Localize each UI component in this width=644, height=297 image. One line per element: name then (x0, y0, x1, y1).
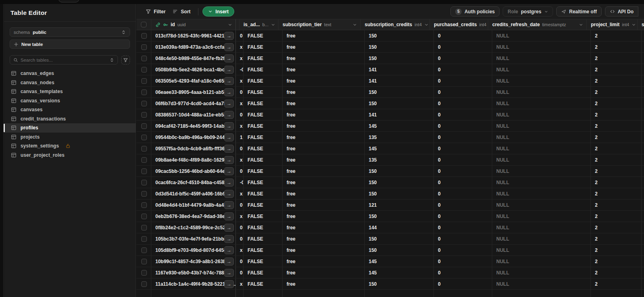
cell-credits-refresh-date[interactable]: NULL (492, 222, 591, 233)
row-checkbox[interactable] (141, 168, 147, 174)
cell-id[interactable]: 063505e5-4293-4faf-a18c-0e65b... → (151, 75, 236, 86)
cell-clipped[interactable]: 0 (236, 166, 244, 177)
cell-is-admin[interactable]: FALSE (244, 120, 283, 131)
cell-credits-refresh-date[interactable]: NULL (492, 64, 591, 75)
cell-clipped[interactable]: x (236, 98, 244, 109)
cell-clipped-right[interactable]: NU (642, 211, 644, 222)
cell-id[interactable]: 09cac5bb-1256-46bd-ab60-64ed... → (151, 166, 236, 177)
expand-row-button[interactable]: → (224, 133, 234, 141)
cell-clipped[interactable]: x (236, 75, 244, 86)
filter-tables-button[interactable] (121, 56, 130, 64)
cell-credits-refresh-date[interactable]: NULL (492, 75, 591, 86)
cell-subscription-credits[interactable]: 150 (365, 98, 434, 109)
cell-subscription-credits[interactable]: 141 (365, 75, 434, 86)
cell-credits-refresh-date[interactable]: NULL (492, 256, 591, 267)
expand-row-button[interactable]: → (224, 258, 234, 266)
cell-subscription-credits[interactable]: 150 (365, 188, 434, 199)
cell-id[interactable]: 09557f5a-0dcb-4cb9-a6fb-fff366... → (151, 143, 236, 154)
insert-button[interactable]: Insert (202, 6, 234, 17)
cell-purchased-credits[interactable]: 0 (434, 143, 492, 154)
cell-project-limit[interactable]: 2 (591, 177, 642, 188)
cell-purchased-credits[interactable]: 0 (434, 42, 492, 52)
cell-credits-refresh-date[interactable]: NULL (492, 199, 591, 210)
cell-project-limit[interactable]: 2 (591, 64, 642, 75)
cell-credits-refresh-date[interactable]: NULL (492, 87, 591, 98)
cell-project-limit[interactable]: 2 (591, 267, 642, 278)
cell-id[interactable]: 0508b94b-5ee2-4626-bca1-4bca... → (151, 64, 236, 75)
cell-clipped-right[interactable]: NU (642, 177, 644, 188)
row-checkbox[interactable] (141, 202, 147, 208)
cell-subscription-tier[interactable]: free (283, 98, 365, 109)
cell-project-limit[interactable]: 2 (591, 143, 642, 154)
cell-clipped[interactable]: 0 (236, 233, 244, 244)
cell-credits-refresh-date[interactable]: NULL (492, 53, 591, 64)
cell-is-admin[interactable]: FALSE (244, 166, 283, 177)
column-header-clipped[interactable] (236, 19, 239, 30)
cell-subscription-credits[interactable]: 144 (365, 222, 434, 233)
select-all-checkbox[interactable] (141, 22, 147, 27)
cell-credits-refresh-date[interactable]: NULL (492, 245, 591, 255)
cell-project-limit[interactable]: 2 (591, 109, 642, 120)
cell-clipped-right[interactable]: NU (642, 120, 644, 131)
expand-row-button[interactable]: → (224, 88, 234, 96)
sidebar-item-canvas_nodes[interactable]: canvas_nodes (4, 78, 136, 87)
expand-row-button[interactable]: → (224, 66, 234, 74)
cell-clipped-right[interactable]: NU (642, 132, 644, 143)
cell-clipped-right[interactable]: NU (642, 53, 644, 64)
cell-clipped-right[interactable]: NU (642, 143, 644, 154)
cell-subscription-credits[interactable]: 150 (365, 166, 434, 177)
cell-subscription-credits[interactable]: 141 (365, 64, 434, 75)
cell-id[interactable]: 11a114cb-1a4c-49f4-9b28-52219ec... → (151, 278, 236, 289)
cell-purchased-credits[interactable]: 0 (434, 245, 492, 255)
cell-subscription-credits[interactable]: 150 (365, 42, 434, 52)
expand-row-button[interactable]: → (224, 246, 234, 254)
cell-credits-refresh-date[interactable]: NULL (492, 154, 591, 165)
row-checkbox[interactable] (141, 67, 147, 73)
cell-clipped[interactable]: x (236, 53, 244, 64)
cell-clipped-right[interactable]: NU (642, 267, 644, 278)
cell-clipped-right[interactable]: NU (642, 154, 644, 165)
row-checkbox[interactable] (141, 33, 147, 39)
cell-purchased-credits[interactable]: 0 (434, 256, 492, 267)
cell-credits-refresh-date[interactable]: NULL (492, 143, 591, 154)
cell-credits-refresh-date[interactable]: NULL (492, 278, 591, 289)
cell-id[interactable]: 094caf42-7185-4e45-99f3-14abee... → (151, 120, 236, 131)
cell-clipped[interactable]: 0 (236, 87, 244, 98)
sidebar-item-canvas_templates[interactable]: canvas_templates (4, 87, 136, 96)
chevrons-up-down-icon[interactable] (109, 58, 114, 62)
cell-project-limit[interactable]: 2 (591, 120, 642, 131)
expand-row-button[interactable]: → (224, 224, 234, 232)
cell-credits-refresh-date[interactable]: NULL (492, 166, 591, 177)
cell-project-limit[interactable]: 2 (591, 211, 642, 222)
filter-button[interactable]: Filter (142, 6, 169, 17)
cell-subscription-credits[interactable]: 145 (365, 143, 434, 154)
cell-subscription-tier[interactable]: free (283, 256, 365, 267)
cell-clipped[interactable]: 0 (236, 199, 244, 210)
row-checkbox[interactable] (141, 101, 147, 106)
cell-clipped-right[interactable]: NU (642, 199, 644, 210)
cell-id[interactable]: 09544b0c-ba9b-496a-9b09-244... → (151, 132, 236, 143)
cell-subscription-tier[interactable]: free (283, 154, 365, 165)
cell-clipped-right[interactable]: NU (642, 256, 644, 267)
row-checkbox[interactable] (141, 112, 147, 118)
cell-clipped-right[interactable]: NU (642, 166, 644, 177)
cell-purchased-credits[interactable]: 0 (434, 64, 492, 75)
cell-is-admin[interactable]: FALSE (244, 154, 283, 165)
cell-subscription-credits[interactable]: 150 (365, 211, 434, 222)
cell-clipped-right[interactable]: NU (642, 109, 644, 120)
cell-credits-refresh-date[interactable]: NULL (492, 267, 591, 278)
cell-clipped-right[interactable]: NU (642, 42, 644, 52)
cell-clipped-right[interactable]: NU (642, 222, 644, 233)
cell-id[interactable]: 105bc3b7-03fe-4e7f-9efa-21bb40... → (151, 233, 236, 244)
column-header-subscription-tier[interactable]: subscription_tier text (279, 19, 361, 30)
api-docs-button[interactable]: API Do (605, 6, 638, 17)
column-header-purchased-credits[interactable]: purchased_credits int4 (430, 19, 488, 30)
cell-subscription-credits[interactable]: 150 (365, 53, 434, 64)
cell-subscription-tier[interactable]: free (283, 87, 365, 98)
cell-id[interactable]: 06f6b7d3-977d-4cd0-acd4-4a78... → (151, 98, 236, 109)
expand-row-button[interactable]: → (224, 156, 234, 164)
cell-subscription-credits[interactable]: 135 (365, 154, 434, 165)
cell-clipped[interactable]: x (236, 154, 244, 165)
column-header-subscription-credits[interactable]: subscription_credits int4 (361, 19, 430, 30)
row-checkbox[interactable] (141, 89, 147, 95)
